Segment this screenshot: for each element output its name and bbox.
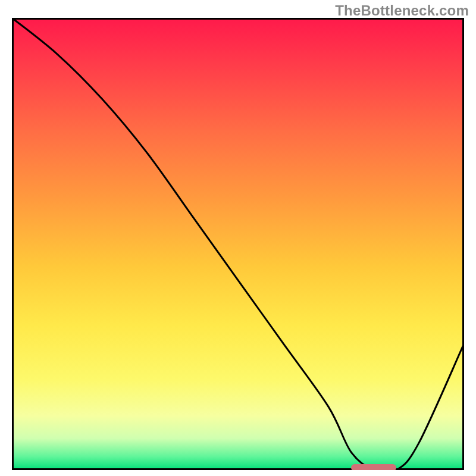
svg-rect-0 xyxy=(12,18,464,470)
svg-rect-2 xyxy=(351,464,396,470)
watermark-text: TheBottleneck.com xyxy=(335,2,469,19)
chart-plot xyxy=(12,18,464,470)
chart-svg xyxy=(12,18,464,470)
chart-stage: TheBottleneck.com xyxy=(0,0,476,476)
